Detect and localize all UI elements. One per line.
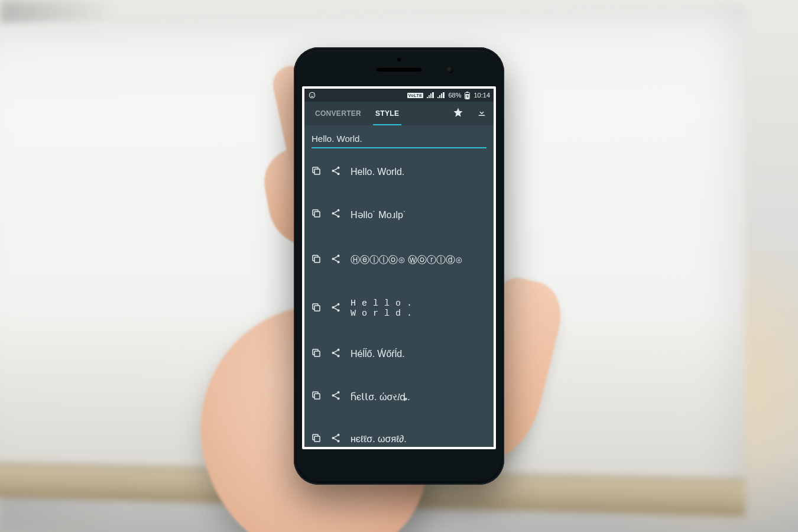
share-button[interactable] [330,348,341,360]
copy-icon [311,208,322,221]
share-button[interactable] [330,433,341,445]
download-button[interactable] [470,102,494,125]
style-text: Ⓗⓔⓛⓛⓞ⊙ Ⓦⓞⓡⓛⓓ⊙ [347,254,488,267]
svg-rect-16 [314,257,320,262]
copy-icon [311,433,322,446]
copy-icon [311,166,322,179]
svg-point-26 [332,352,334,354]
tab-style[interactable]: STYLE [368,102,406,125]
share-button[interactable] [330,303,341,314]
copy-button[interactable] [310,166,322,178]
svg-point-13 [337,209,339,212]
reddit-notification-icon [308,91,316,99]
copy-button[interactable] [310,348,322,360]
style-row: Hello. World. [304,284,494,333]
volte-indicator: VoLTE [407,93,424,98]
svg-point-34 [332,437,334,439]
svg-rect-20 [314,306,320,311]
svg-point-14 [332,212,334,215]
share-icon [330,166,341,179]
svg-point-18 [332,258,334,260]
svg-point-22 [332,306,334,309]
style-text: Héĺĺő. Ẃőŕĺd. [347,349,488,359]
source-text-input[interactable] [312,131,486,148]
svg-point-4 [314,93,314,93]
svg-point-25 [337,349,339,351]
tab-converter-label: CONVERTER [315,109,361,118]
svg-point-30 [332,394,334,397]
svg-rect-24 [314,351,320,356]
style-text: Hello. World. [347,299,488,319]
copy-icon [311,348,322,361]
status-bar: VoLTE 68% [304,89,494,102]
copy-button[interactable] [310,391,322,403]
svg-rect-32 [314,436,320,442]
share-icon [330,302,341,315]
svg-point-1 [311,95,312,95]
share-button[interactable] [330,254,341,266]
svg-point-27 [337,355,339,357]
results-list: Hello. World.Həllo˙ Moɹlp˙Ⓗⓔⓛⓛⓞ⊙ Ⓦⓞⓡⓛⓓ⊙H… [304,151,494,447]
svg-rect-8 [314,169,320,174]
share-icon [330,433,341,446]
svg-point-15 [337,215,339,218]
style-row: ႬєƖƖσ. ώσર𝑙ȡ. [304,375,494,418]
style-row: Həllo˙ Moɹlp˙ [304,193,494,236]
svg-point-2 [313,95,313,95]
svg-point-19 [337,261,339,263]
share-button[interactable] [330,391,341,403]
svg-point-29 [337,391,339,394]
copy-button[interactable] [310,303,322,314]
svg-point-11 [337,173,339,175]
style-row: Héĺĺő. Ẃőŕĺd. [304,333,494,375]
svg-point-23 [337,309,339,312]
svg-point-31 [337,397,339,400]
download-icon [476,107,487,120]
svg-rect-28 [314,394,320,399]
style-row: нєℓℓσ. ωσяℓ∂. [304,418,494,447]
share-button[interactable] [330,209,341,220]
svg-point-21 [337,303,339,306]
copy-icon [311,302,322,315]
signal-2-icon [437,92,445,98]
star-icon [453,107,463,120]
svg-rect-12 [314,212,320,217]
tab-bar: CONVERTER STYLE [304,102,494,125]
tab-converter[interactable]: CONVERTER [308,102,368,125]
copy-button[interactable] [310,254,322,266]
share-button[interactable] [330,166,341,178]
app-screen: VoLTE 68% [304,89,494,447]
style-row: Hello. World. [304,151,494,193]
svg-point-9 [337,167,339,169]
svg-point-35 [337,440,339,442]
battery-charging-icon [465,92,470,99]
status-clock: 10:14 [473,92,490,99]
copy-button[interactable] [310,209,322,220]
battery-percent: 68% [448,92,461,99]
svg-point-17 [337,255,339,257]
svg-point-33 [337,434,339,436]
svg-point-10 [332,170,334,172]
svg-point-3 [310,93,310,93]
style-text: Hello. World. [347,167,488,177]
copy-icon [311,254,322,267]
share-icon [330,390,341,403]
copy-button[interactable] [310,433,322,445]
copy-icon [311,390,322,403]
share-icon [330,208,341,221]
style-text: ႬєƖƖσ. ώσર𝑙ȡ. [347,391,488,403]
style-text: Həllo˙ Moɹlp˙ [347,209,488,220]
share-icon [330,254,341,267]
favorites-button[interactable] [446,102,470,125]
style-row: Ⓗⓔⓛⓛⓞ⊙ Ⓦⓞⓡⓛⓓ⊙ [304,236,494,284]
style-text: нєℓℓσ. ωσяℓ∂. [347,434,488,445]
tab-style-label: STYLE [375,109,399,118]
svg-rect-6 [466,92,468,93]
phone-device: VoLTE 68% [294,47,504,485]
signal-1-icon [427,92,434,98]
share-icon [330,348,341,361]
